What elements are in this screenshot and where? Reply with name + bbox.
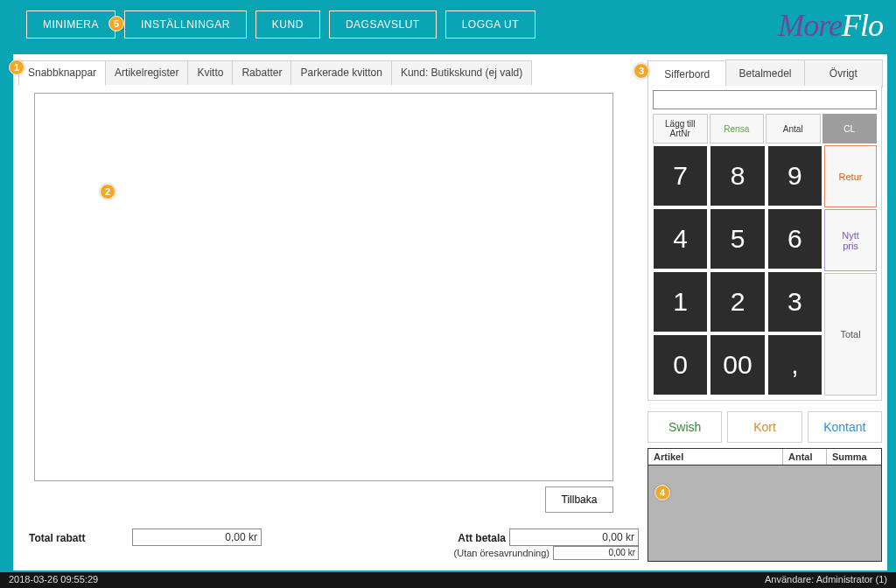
keypad-input[interactable] [653, 90, 877, 109]
tab-parkerade[interactable]: Parkerade kvitton [290, 60, 391, 85]
key-5[interactable]: 5 [710, 208, 765, 270]
tab-sifferbord[interactable]: Sifferbord [648, 60, 726, 88]
tabs-left: Snabbknappar Artikelregister Kvitto Raba… [18, 60, 531, 85]
col-antal: Antal [783, 449, 827, 465]
tab-ovrigt[interactable]: Övrigt [804, 60, 883, 88]
tab-rabatter[interactable]: Rabatter [232, 60, 291, 85]
pay-kontant-button[interactable]: Kontant [808, 411, 882, 443]
logo-right: Flo [842, 8, 883, 43]
total-discount-value: 0,00 kr [132, 528, 262, 546]
col-artikel: Artikel [648, 449, 783, 465]
logo-left: More [778, 8, 842, 43]
key-comma[interactable]: , [767, 334, 822, 396]
logo: MoreFlo [778, 7, 883, 44]
retur-button[interactable]: Retur [824, 145, 877, 207]
quickbuttons-area [34, 93, 613, 481]
clear-button[interactable]: Rensa [710, 114, 765, 144]
annotation-1: 1 [9, 60, 24, 75]
tab-artikelregister[interactable]: Artikelregister [105, 60, 188, 85]
dayclose-button[interactable]: DAGSAVSLUT [329, 10, 437, 38]
keypad-side: Retur Nytt pris Total [824, 145, 877, 396]
keypad-numbers: 7 8 9 4 5 6 1 2 3 0 00 , [653, 145, 822, 396]
tabs-right: Sifferbord Betalmedel Övrigt [648, 60, 882, 88]
main-content: Snabbknappar Artikelregister Kvitto Raba… [13, 54, 887, 570]
add-artnr-button[interactable]: Lägg till ArtNr [653, 114, 708, 144]
key-1[interactable]: 1 [653, 271, 708, 332]
no-rounding-row: (Utan öresavrundning) 0,00 kr [29, 546, 639, 562]
key-00[interactable]: 00 [710, 334, 765, 396]
key-0[interactable]: 0 [653, 334, 708, 396]
cl-button[interactable]: CL [822, 114, 878, 144]
to-pay-label: Att betala [458, 532, 506, 544]
no-rounding-label: (Utan öresavrundning) [454, 548, 550, 558]
new-price-button[interactable]: Nytt pris [824, 209, 877, 271]
key-7[interactable]: 7 [653, 145, 708, 206]
key-9[interactable]: 9 [767, 145, 822, 206]
keypad-panel: Lägg till ArtNr Rensa Antal CL 7 8 9 4 5… [648, 86, 882, 401]
settings-button[interactable]: INSTÄLLNINGAR [124, 10, 247, 38]
pay-swish-button[interactable]: Swish [648, 411, 722, 443]
key-6[interactable]: 6 [767, 208, 822, 270]
tab-kvitto[interactable]: Kvitto [187, 60, 233, 85]
article-list: Artikel Antal Summa [648, 448, 882, 562]
article-header: Artikel Antal Summa [648, 449, 881, 466]
status-user: Användare: Administrator (1) [765, 574, 887, 586]
payment-row: Swish Kort Kontant [648, 411, 882, 443]
totals-row: Total rabatt 0,00 kr Att betala 0,00 kr [29, 528, 639, 546]
status-bar: 2018-03-26 09:55:29 Användare: Administr… [0, 572, 896, 588]
status-datetime: 2018-03-26 09:55:29 [9, 574, 98, 586]
total-discount-label: Total rabatt [29, 532, 85, 544]
key-8[interactable]: 8 [710, 145, 765, 206]
annotation-4: 4 [654, 485, 670, 500]
annotation-3: 3 [634, 63, 649, 79]
col-summa: Summa [827, 449, 881, 465]
key-2[interactable]: 2 [710, 271, 765, 332]
to-pay-value: 0,00 kr [509, 528, 639, 546]
header-buttons: MINIMERA INSTÄLLNINGAR KUND DAGSAVSLUT L… [26, 10, 536, 38]
pay-kort-button[interactable]: Kort [727, 411, 802, 443]
customer-button[interactable]: KUND [256, 10, 320, 38]
tab-kund[interactable]: Kund: Butikskund (ej vald) [391, 60, 532, 85]
logout-button[interactable]: LOGGA UT [445, 10, 536, 38]
tab-snabbknappar[interactable]: Snabbknappar [18, 60, 106, 86]
tab-betalmedel[interactable]: Betalmedel [725, 60, 804, 88]
total-button[interactable]: Total [824, 273, 877, 396]
no-rounding-value: 0,00 kr [553, 546, 639, 560]
quantity-button[interactable]: Antal [766, 114, 821, 144]
back-button[interactable]: Tillbaka [545, 486, 613, 513]
key-3[interactable]: 3 [767, 271, 822, 332]
key-4[interactable]: 4 [653, 208, 708, 270]
minimize-button[interactable]: MINIMERA [26, 10, 116, 38]
annotation-2: 2 [100, 184, 116, 200]
annotation-5: 5 [108, 16, 124, 32]
